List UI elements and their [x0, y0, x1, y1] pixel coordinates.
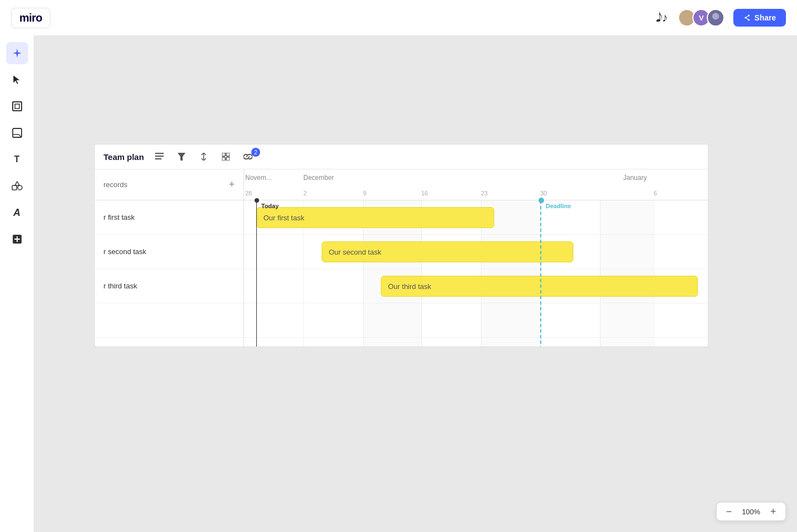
gantt-toolbar: Team plan: [95, 144, 708, 169]
task-row-3: r third task: [95, 269, 244, 303]
logo-area: miro: [11, 8, 50, 28]
avatars: V: [678, 9, 724, 27]
share-button[interactable]: Share: [733, 9, 786, 27]
gantt-timeline-header: Novem... December January 28 2 9 16 23 3…: [244, 169, 708, 200]
cursor-icon: [12, 74, 22, 85]
share-icon: [743, 14, 751, 22]
records-label: records: [103, 180, 127, 189]
frame-icon: [12, 101, 22, 111]
zoom-level: 100%: [741, 508, 761, 516]
svg-point-15: [18, 185, 22, 190]
month-nov: Novem...: [245, 174, 272, 182]
svg-line-7: [746, 16, 749, 18]
svg-rect-26: [226, 153, 230, 156]
sticky-icon: [12, 128, 22, 138]
sidebar: T A: [0, 35, 34, 532]
sidebar-item-font[interactable]: A: [6, 202, 28, 224]
today-dot: [255, 198, 259, 203]
gantt-chart-area: Novem... December January 28 2 9 16 23 3…: [244, 169, 708, 347]
svg-point-3: [710, 20, 722, 27]
sort-icon[interactable]: [197, 150, 210, 163]
logo[interactable]: miro: [11, 8, 50, 28]
sidebar-item-cursor[interactable]: [6, 69, 28, 91]
sidebar-item-shapes[interactable]: [6, 175, 28, 197]
deadline-dot: [539, 198, 544, 203]
gantt-body: records + r first task r second task r t…: [95, 169, 708, 347]
svg-rect-21: [155, 156, 164, 157]
week-16: 16: [421, 190, 428, 197]
svg-rect-28: [226, 157, 230, 161]
month-dec: December: [303, 174, 334, 182]
sidebar-item-add[interactable]: [6, 228, 28, 250]
gantt-widget: Team plan: [94, 144, 708, 347]
avatar-2: [707, 9, 724, 27]
gantt-chart-row-empty-2: [244, 338, 708, 347]
task-bar-3[interactable]: Our third task: [381, 276, 698, 297]
sparkle-icon: [12, 48, 23, 59]
canvas: Team plan: [34, 35, 797, 532]
topbar: miro 𝅘𝅥𝅮♩♪ V: [0, 0, 797, 35]
svg-rect-14: [12, 185, 17, 190]
week-2: 2: [303, 190, 307, 197]
view-toggle-icon[interactable]: [219, 150, 232, 163]
shapes-icon: [12, 181, 23, 191]
svg-rect-27: [222, 157, 225, 161]
week-23: 23: [481, 190, 488, 197]
gantt-chart-row-empty-1: [244, 303, 708, 338]
task-row-1: r first task: [95, 200, 244, 235]
week-28: 28: [245, 190, 252, 197]
svg-point-0: [684, 13, 690, 19]
link-badge: 2: [251, 148, 260, 157]
sidebar-item-frame[interactable]: [6, 95, 28, 117]
add-record-icon[interactable]: +: [229, 179, 235, 190]
svg-rect-9: [13, 102, 22, 111]
svg-rect-10: [15, 104, 19, 109]
svg-marker-23: [178, 153, 185, 161]
svg-rect-22: [155, 158, 162, 159]
month-jan: January: [623, 174, 647, 182]
link-icon-container[interactable]: 2: [241, 150, 260, 163]
week-30: 30: [540, 190, 547, 197]
task-bar-label-2: Our second task: [329, 248, 381, 256]
deadline-label: Deadline: [546, 203, 571, 209]
sidebar-item-sticky[interactable]: [6, 122, 28, 144]
add-icon: [12, 234, 22, 244]
filter-icon[interactable]: [175, 150, 188, 163]
task-bar-label-1: Our first task: [263, 214, 304, 222]
task-bar-2[interactable]: Our second task: [322, 241, 573, 262]
zoom-out-button[interactable]: −: [723, 506, 734, 517]
svg-point-1: [681, 20, 693, 27]
week-9: 9: [363, 190, 366, 197]
task-name-3: r third task: [103, 282, 137, 290]
gantt-chart-row-1: Our first task: [244, 200, 708, 235]
zoom-controls: − 100% +: [716, 502, 786, 521]
task-bar-1[interactable]: Our first task: [256, 207, 494, 228]
svg-rect-20: [155, 153, 164, 154]
text-icon: T: [14, 154, 20, 164]
svg-line-8: [746, 18, 749, 20]
gantt-task-list: records + r first task r second task r t…: [95, 169, 244, 347]
music-icons: 𝅘𝅥𝅮♩♪: [656, 11, 669, 25]
week-6: 6: [654, 190, 657, 197]
task-row-empty-1: [95, 303, 244, 338]
gantt-chart-row-3: Our third task: [244, 269, 708, 303]
sidebar-item-ai[interactable]: [6, 42, 28, 64]
svg-point-2: [712, 13, 719, 19]
deadline-line: Deadline: [540, 200, 541, 347]
topbar-right: 𝅘𝅥𝅮♩♪ V: [656, 9, 786, 27]
font-icon: A: [13, 207, 20, 219]
summary-icon[interactable]: [153, 150, 166, 163]
today-label: Today: [261, 203, 279, 209]
gantt-chart-rows: Today Deadline Our first task: [244, 200, 708, 347]
svg-marker-16: [15, 182, 19, 185]
gantt-records-header: records +: [95, 169, 244, 200]
task-name-1: r first task: [103, 213, 134, 221]
task-row-empty-2: [95, 338, 244, 347]
zoom-in-button[interactable]: +: [768, 506, 779, 517]
svg-rect-25: [222, 153, 225, 156]
gantt-title: Team plan: [103, 152, 144, 162]
gantt-chart-row-2: Our second task: [244, 235, 708, 269]
task-name-2: r second task: [103, 247, 146, 256]
sidebar-item-text[interactable]: T: [6, 148, 28, 171]
task-row-2: r second task: [95, 235, 244, 269]
